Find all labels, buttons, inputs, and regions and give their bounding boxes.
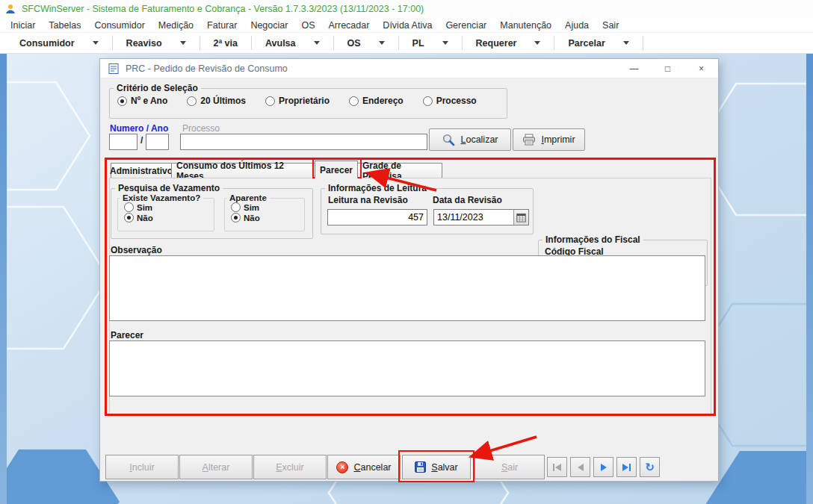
menu-item-divida-ativa[interactable]: Dívida Ativa bbox=[376, 19, 439, 32]
menu-item-manutencao[interactable]: Manutenção bbox=[493, 19, 558, 32]
tab-grade-de-pesquisa[interactable]: Grade de Pesquisa bbox=[357, 163, 442, 178]
excluir-button[interactable]: Excluir bbox=[253, 455, 327, 479]
menu-item-medicao[interactable]: Medição bbox=[152, 19, 200, 32]
tab-administrativo[interactable]: Administrativo bbox=[111, 163, 172, 178]
parecer-textarea[interactable] bbox=[109, 340, 705, 396]
incluir-button[interactable]: Incluir bbox=[105, 455, 179, 479]
leitura-revisao-label: Leitura na Revisão bbox=[328, 195, 408, 205]
alterar-button[interactable]: Alterar bbox=[179, 455, 253, 479]
chevron-down-icon bbox=[534, 41, 540, 45]
radio-existe-nao[interactable]: Não bbox=[124, 213, 214, 223]
cancel-icon bbox=[336, 461, 348, 473]
processo-input[interactable] bbox=[180, 134, 427, 150]
chevron-down-icon bbox=[442, 41, 448, 45]
chevron-down-icon bbox=[180, 41, 186, 45]
radio-label: Não bbox=[137, 214, 153, 223]
menu-item-gerenciar[interactable]: Gerenciar bbox=[439, 19, 493, 32]
toolbar-button-pl[interactable]: PL bbox=[399, 33, 462, 53]
data-revisao-input[interactable] bbox=[434, 210, 513, 225]
menu-item-arrecadar[interactable]: Arrecadar bbox=[321, 19, 376, 32]
toolbar-button-requerer[interactable]: Requerer bbox=[463, 33, 554, 53]
cancelar-button[interactable]: Cancelar bbox=[327, 455, 401, 479]
radio-label: Sim bbox=[137, 203, 152, 212]
salvar-button[interactable]: Salvar bbox=[402, 455, 471, 479]
app-titlebar: SFCWinServer - Sistema de Faturamento e … bbox=[0, 0, 813, 18]
printer-icon bbox=[522, 134, 536, 146]
aparente-legend: Aparente bbox=[226, 193, 270, 202]
toolbar-button-os[interactable]: OS bbox=[334, 33, 398, 53]
first-record-button[interactable] bbox=[547, 457, 567, 477]
last-record-button[interactable] bbox=[616, 457, 637, 477]
previous-record-icon bbox=[578, 464, 584, 471]
menu-item-ajuda[interactable]: Ajuda bbox=[558, 19, 596, 32]
ano-input[interactable] bbox=[146, 134, 169, 150]
close-button[interactable]: × bbox=[684, 59, 718, 78]
toolbar-button-segunda-via[interactable]: 2ª via bbox=[200, 33, 251, 53]
minimize-button[interactable]: — bbox=[617, 59, 651, 78]
numero-input[interactable] bbox=[109, 134, 137, 150]
radio-aparente-nao[interactable]: Não bbox=[231, 213, 304, 223]
observacao-textarea[interactable] bbox=[109, 255, 705, 321]
radio-existe-sim[interactable]: Sim bbox=[124, 202, 214, 212]
toolbar-button-reaviso[interactable]: Reaviso bbox=[113, 33, 200, 53]
radio-20-ultimos[interactable]: 20 Últimos bbox=[187, 96, 246, 106]
search-icon bbox=[442, 133, 455, 146]
prc-dialog: PRC - Pedido de Revisão de Consumo — □ ×… bbox=[99, 58, 719, 482]
radio-label: 20 Últimos bbox=[200, 96, 246, 106]
triangle-left-icon bbox=[555, 464, 561, 471]
radio-endereco[interactable]: Endereço bbox=[349, 96, 404, 106]
radio-proprietario[interactable]: Proprietário bbox=[265, 96, 330, 106]
radio-label: Não bbox=[244, 214, 260, 223]
previous-record-button[interactable] bbox=[570, 457, 590, 477]
cancelar-label: Cancelar bbox=[353, 462, 391, 473]
leitura-revisao-input[interactable] bbox=[327, 209, 427, 225]
leitura-legend: Informações de Leitura bbox=[325, 183, 430, 193]
radio-icon bbox=[124, 202, 134, 212]
aparente-groupbox: Aparente Sim Não bbox=[224, 193, 305, 231]
menu-item-consumidor[interactable]: Consumidor bbox=[87, 19, 151, 32]
toolbar-button-avulsa[interactable]: Avulsa bbox=[252, 33, 333, 53]
toolbar: Consumidor Reaviso 2ª via Avulsa OS PL R… bbox=[0, 33, 813, 54]
localizar-button[interactable]: Localizar bbox=[429, 128, 511, 151]
first-record-icon bbox=[553, 464, 554, 471]
radio-icon bbox=[117, 96, 127, 106]
radio-icon bbox=[349, 96, 359, 106]
menu-item-faturar[interactable]: Faturar bbox=[200, 19, 244, 32]
toolbar-label: 2ª via bbox=[214, 38, 238, 49]
window-controls: — □ × bbox=[617, 59, 718, 78]
toolbar-button-parcelar[interactable]: Parcelar bbox=[554, 33, 642, 53]
menu-item-sair[interactable]: Sair bbox=[596, 19, 625, 32]
screen: SFCWinServer - Sistema de Faturamento e … bbox=[0, 0, 813, 504]
menu-item-tabelas[interactable]: Tabelas bbox=[42, 19, 87, 32]
sair-button[interactable]: Sair bbox=[474, 455, 545, 479]
radio-aparente-sim[interactable]: Sim bbox=[231, 202, 304, 212]
numero-ano-separator: / bbox=[140, 135, 143, 146]
maximize-button[interactable]: □ bbox=[651, 59, 684, 78]
tab-parecer[interactable]: Parecer bbox=[315, 161, 358, 178]
menu-item-negociar[interactable]: Negociar bbox=[244, 19, 294, 32]
toolbar-label: Consumidor bbox=[19, 38, 75, 49]
tab-consumo-ultimos-12-meses[interactable]: Consumo dos Últimos 12 Meses bbox=[171, 163, 315, 178]
next-record-icon bbox=[601, 464, 607, 471]
toolbar-button-consumidor[interactable]: Consumidor bbox=[6, 33, 112, 53]
dialog-titlebar[interactable]: PRC - Pedido de Revisão de Consumo — □ × bbox=[100, 59, 718, 78]
refresh-button[interactable] bbox=[640, 457, 660, 477]
calendar-button[interactable] bbox=[513, 210, 528, 225]
radio-label: Processo bbox=[436, 96, 477, 106]
menu-item-os[interactable]: OS bbox=[294, 19, 321, 32]
radio-label: Nº e Ano bbox=[131, 96, 167, 106]
app-icon bbox=[4, 3, 16, 15]
toolbar-label: PL bbox=[412, 38, 424, 49]
radio-label: Endereço bbox=[362, 96, 404, 106]
toolbar-label: Requerer bbox=[476, 38, 517, 49]
toolbar-label: Parcelar bbox=[568, 38, 605, 49]
menu-item-iniciar[interactable]: Iniciar bbox=[4, 19, 42, 32]
radio-processo[interactable]: Processo bbox=[423, 96, 477, 106]
radio-numero-ano[interactable]: Nº e Ano bbox=[117, 96, 167, 106]
imprimir-label: Imprimir bbox=[541, 134, 575, 145]
imprimir-button[interactable]: Imprimir bbox=[513, 128, 585, 151]
radio-icon bbox=[187, 96, 197, 106]
existe-vazamento-groupbox: Existe Vazamento? Sim Não bbox=[117, 193, 214, 231]
toolbar-label: Reaviso bbox=[126, 38, 162, 49]
next-record-button[interactable] bbox=[593, 457, 613, 477]
